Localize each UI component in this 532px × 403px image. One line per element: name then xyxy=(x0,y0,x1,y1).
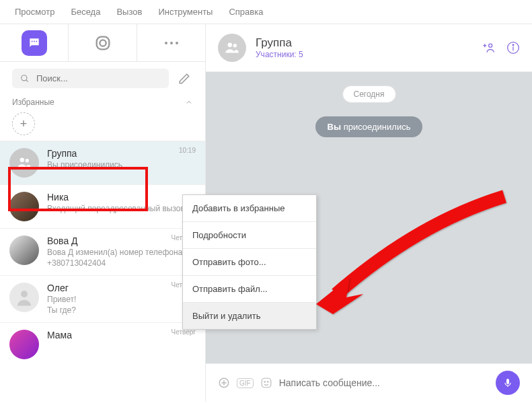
compose-icon xyxy=(178,73,190,85)
chat-list: Группа Вы присоединились 10:19 Ника Вход… xyxy=(0,141,205,402)
search-input-wrap[interactable] xyxy=(12,69,169,88)
left-panel: Избранные + Группа Вы присоединились 10:… xyxy=(0,24,206,402)
chat-title: Ника xyxy=(47,192,196,203)
svg-point-8 xyxy=(22,75,27,80)
ctx-details[interactable]: Подробности xyxy=(183,222,316,249)
svg-rect-1 xyxy=(34,40,35,42)
menu-tools[interactable]: Инструменты xyxy=(158,7,213,17)
tab-public[interactable] xyxy=(69,24,137,61)
chat-preview: Входящий переадресованный вызов xyxy=(47,204,196,215)
joined-suffix: присоединились xyxy=(341,122,410,132)
gif-button[interactable]: GIF xyxy=(237,378,254,388)
ctx-send-file[interactable]: Отправить файл... xyxy=(183,276,316,303)
menu-view[interactable]: Просмотр xyxy=(15,7,54,17)
chat-item-nika[interactable]: Ника Входящий переадресованный вызов xyxy=(0,184,205,228)
svg-rect-3 xyxy=(96,36,109,49)
context-menu: Добавить в избранные Подробности Отправи… xyxy=(182,194,317,330)
avatar xyxy=(9,283,39,312)
menubar: Просмотр Беседа Вызов Инструменты Справк… xyxy=(0,0,532,24)
svg-point-7 xyxy=(176,42,178,44)
menu-conversation[interactable]: Беседа xyxy=(71,7,100,17)
header-title: Группа xyxy=(256,36,303,50)
svg-point-11 xyxy=(26,159,29,162)
search-input[interactable] xyxy=(36,73,161,83)
svg-point-14 xyxy=(233,44,237,47)
tab-chats[interactable] xyxy=(0,24,69,61)
chat-item-oleg[interactable]: Олег Привет! Ты где? Четверг xyxy=(0,275,205,322)
svg-point-26 xyxy=(267,381,268,383)
svg-point-20 xyxy=(512,44,514,46)
add-participant-icon[interactable] xyxy=(480,41,496,54)
menu-call[interactable]: Вызов xyxy=(116,7,142,17)
chat-title: Группа xyxy=(47,148,196,159)
svg-line-9 xyxy=(26,79,28,81)
tab-row xyxy=(0,24,205,62)
favorites-label: Избранные xyxy=(12,98,54,107)
avatar xyxy=(9,235,39,265)
chat-item-mama[interactable]: Мама Четверг xyxy=(0,322,205,366)
svg-rect-24 xyxy=(262,378,271,388)
compose-button[interactable] xyxy=(176,70,193,87)
svg-point-13 xyxy=(228,42,233,46)
tab-more[interactable] xyxy=(137,24,205,61)
chat-preview: Вы присоединились xyxy=(47,160,196,171)
avatar xyxy=(9,192,39,221)
add-favorite-button[interactable]: + xyxy=(12,112,35,135)
chevron-up-icon xyxy=(185,98,193,106)
chat-header: Группа Участники: 5 xyxy=(206,24,532,72)
chat-item-group[interactable]: Группа Вы присоединились 10:19 xyxy=(0,141,205,184)
info-icon[interactable] xyxy=(506,41,520,54)
chat-time: 10:19 xyxy=(179,147,196,154)
menu-help[interactable]: Справка xyxy=(229,7,263,17)
attach-button[interactable] xyxy=(218,377,230,389)
mic-button[interactable] xyxy=(496,371,520,395)
svg-rect-2 xyxy=(36,40,37,42)
svg-point-10 xyxy=(20,157,25,162)
svg-point-4 xyxy=(100,40,106,46)
svg-point-6 xyxy=(170,42,173,44)
chat-icon xyxy=(22,30,47,56)
svg-point-25 xyxy=(264,381,266,383)
chat-item-vova[interactable]: Вова Д Вова Д изменил(а) номер телефона … xyxy=(0,228,205,275)
search-icon xyxy=(20,74,30,83)
chat-time: Четверг xyxy=(172,328,196,336)
mic-icon xyxy=(502,377,513,388)
svg-point-17 xyxy=(489,44,492,47)
svg-rect-27 xyxy=(506,379,509,384)
ctx-add-favorite[interactable]: Добавить в избранные xyxy=(183,195,316,222)
joined-pill: Вы присоединились xyxy=(315,116,423,137)
favorites-header[interactable]: Избранные xyxy=(0,95,205,111)
joined-prefix: Вы xyxy=(328,122,342,132)
ctx-leave-delete[interactable]: Выйти и удалить xyxy=(183,303,316,329)
header-subtitle[interactable]: Участники: 5 xyxy=(256,50,303,59)
chat-preview: Привет! Ты где? xyxy=(47,295,196,316)
date-pill: Сегодня xyxy=(342,85,396,103)
ctx-send-photo[interactable]: Отправить фото... xyxy=(183,249,316,276)
avatar-group-icon xyxy=(9,148,39,178)
chat-preview: Вова Д изменил(а) номер телефона на +380… xyxy=(47,248,196,268)
svg-rect-0 xyxy=(31,40,32,42)
svg-point-12 xyxy=(21,291,28,297)
svg-point-5 xyxy=(165,42,167,44)
message-input[interactable] xyxy=(279,377,489,388)
sticker-button[interactable] xyxy=(260,377,272,389)
avatar xyxy=(9,330,39,359)
header-avatar-icon xyxy=(218,34,246,62)
more-icon xyxy=(162,40,181,46)
input-bar: GIF xyxy=(206,363,532,402)
